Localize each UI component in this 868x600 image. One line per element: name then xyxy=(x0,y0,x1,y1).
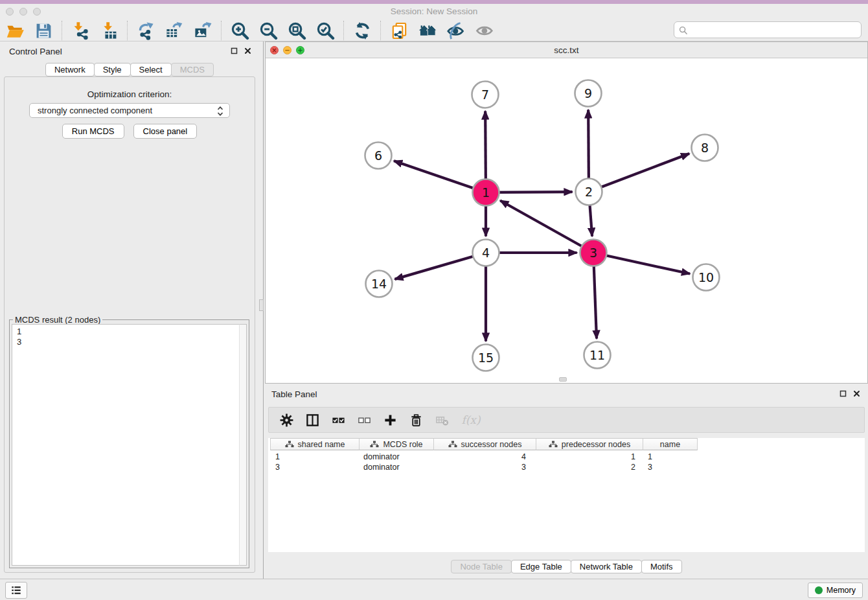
table-cell: dominator xyxy=(360,452,434,462)
import-network-button[interactable] xyxy=(66,19,95,41)
divider-grip[interactable] xyxy=(259,299,264,311)
table-cell: 2 xyxy=(536,462,643,472)
deselect-all-button[interactable] xyxy=(356,412,372,428)
session-title: Session: New Session xyxy=(0,6,868,16)
toolbar-separator xyxy=(127,21,128,40)
table-row[interactable]: 1dominator411 xyxy=(270,452,698,462)
gear-button[interactable] xyxy=(279,412,294,428)
memory-button[interactable]: Memory xyxy=(808,583,863,598)
close-panel-icon[interactable] xyxy=(244,47,251,54)
graph-node-label: 1 xyxy=(482,185,490,200)
mcds-result-item: 3 xyxy=(17,337,234,347)
refresh-button[interactable] xyxy=(348,19,376,41)
close-table-panel-icon[interactable] xyxy=(853,390,860,397)
open-folder-button[interactable] xyxy=(1,19,29,41)
graph-node-label: 2 xyxy=(585,185,593,199)
home-button[interactable] xyxy=(413,19,442,41)
canvas-resize-grip[interactable] xyxy=(559,377,567,382)
save-button[interactable] xyxy=(29,19,58,41)
tab-node-table[interactable]: Node Table xyxy=(451,560,512,573)
status-list-button[interactable] xyxy=(5,582,27,599)
mcds-result-item: 1 xyxy=(17,327,234,337)
optimization-label: Optimization criterion: xyxy=(5,89,255,99)
zoom-fit-icon xyxy=(288,21,306,40)
select-chevrons-icon xyxy=(216,106,224,117)
float-table-panel-icon[interactable] xyxy=(839,390,847,397)
tab-mcds[interactable]: MCDS xyxy=(171,63,214,76)
graph-node-label: 4 xyxy=(482,246,490,260)
tab-select[interactable]: Select xyxy=(130,63,172,76)
select-all-button[interactable] xyxy=(330,412,346,428)
optimization-select[interactable]: strongly connected component xyxy=(29,103,230,118)
graph-edge-4-14[interactable] xyxy=(394,253,486,279)
table-cell: 1 xyxy=(536,452,643,462)
column-header-predecessor-nodes[interactable]: predecessor nodes xyxy=(536,438,643,450)
select-all-icon xyxy=(332,413,345,427)
graph-node-label: 8 xyxy=(701,141,709,155)
table-row[interactable]: 3dominator323 xyxy=(270,462,698,472)
export-image-button[interactable] xyxy=(188,19,217,41)
clone-network-button[interactable] xyxy=(385,19,413,41)
tab-network-table[interactable]: Network Table xyxy=(571,560,642,573)
zoom-in-button[interactable] xyxy=(225,19,254,41)
table-cell: 3 xyxy=(270,462,360,472)
graph-node-label: 7 xyxy=(481,87,489,102)
graph-edge-2-8[interactable] xyxy=(589,154,689,192)
table-cell: 3 xyxy=(643,462,698,472)
table-panel: Table Panel f(x) shared nameMCDS rolesuc… xyxy=(265,386,868,577)
panel-divider[interactable] xyxy=(259,41,265,579)
add-column-button[interactable] xyxy=(382,412,398,428)
column-header-MCDS-role[interactable]: MCDS role xyxy=(360,438,434,450)
control-panel-tabs: NetworkStyleSelectMCDS xyxy=(0,63,259,76)
export-table-button[interactable] xyxy=(160,19,188,41)
search-box[interactable] xyxy=(674,21,862,38)
mac-titlebar: Session: New Session xyxy=(0,4,868,19)
table-panel-title: Table Panel xyxy=(271,389,317,399)
fx-icon: f(x) xyxy=(461,413,480,426)
home-icon xyxy=(418,21,437,40)
network-canvas[interactable]: 7968124314101511 xyxy=(266,58,867,383)
show-eye-button[interactable] xyxy=(470,19,499,41)
graph-edge-3-10[interactable] xyxy=(593,253,690,274)
float-panel-icon[interactable] xyxy=(231,47,238,54)
column-header-name[interactable]: name xyxy=(643,438,698,450)
table-body: 1dominator4113dominator323 xyxy=(270,452,698,472)
optimization-select-value: strongly connected component xyxy=(38,106,152,115)
hide-eye-button[interactable] xyxy=(442,19,470,41)
table-cell: dominator xyxy=(360,462,434,472)
graph-node-label: 15 xyxy=(478,351,494,365)
tab-edge-table[interactable]: Edge Table xyxy=(511,560,571,573)
zoom-out-button[interactable] xyxy=(254,19,282,41)
graph-node-label: 6 xyxy=(374,148,382,163)
export-network-button[interactable] xyxy=(131,19,160,41)
graph-node-label: 14 xyxy=(371,277,387,291)
tab-network[interactable]: Network xyxy=(45,63,95,76)
graph-edge-1-6[interactable] xyxy=(394,161,486,192)
delete-table-button[interactable] xyxy=(434,412,450,428)
column-header-successor-nodes[interactable]: successor nodes xyxy=(434,438,536,450)
graph-edge-3-1[interactable] xyxy=(500,200,593,253)
import-table-button[interactable] xyxy=(95,19,123,41)
table-header: shared nameMCDS rolesuccessor nodesprede… xyxy=(270,438,698,450)
delete-table-icon xyxy=(435,413,449,427)
control-panel: Control Panel NetworkStyleSelectMCDS Opt… xyxy=(0,41,259,579)
column-header-shared-name[interactable]: shared name xyxy=(270,438,360,450)
search-input[interactable] xyxy=(691,23,858,37)
mcds-result-title: MCDS result (2 nodes) xyxy=(13,315,102,325)
tab-style[interactable]: Style xyxy=(94,63,131,76)
columns-button[interactable] xyxy=(304,412,320,428)
import-table-icon xyxy=(100,21,119,40)
tab-motifs[interactable]: Motifs xyxy=(641,560,682,573)
memory-status-icon xyxy=(815,586,823,594)
zoom-fit-button[interactable] xyxy=(282,19,311,41)
import-network-icon xyxy=(71,21,90,40)
close-panel-button[interactable]: Close panel xyxy=(133,124,198,139)
table-cell: 1 xyxy=(270,452,360,462)
result-scrollbar[interactable] xyxy=(239,324,247,566)
save-icon xyxy=(34,21,53,40)
fx-button[interactable]: f(x) xyxy=(460,412,482,428)
delete-row-button[interactable] xyxy=(408,412,424,428)
mcds-result-list[interactable]: 13 xyxy=(12,324,247,566)
zoom-selected-button[interactable] xyxy=(311,19,339,41)
run-mcds-button[interactable]: Run MCDS xyxy=(62,124,124,139)
